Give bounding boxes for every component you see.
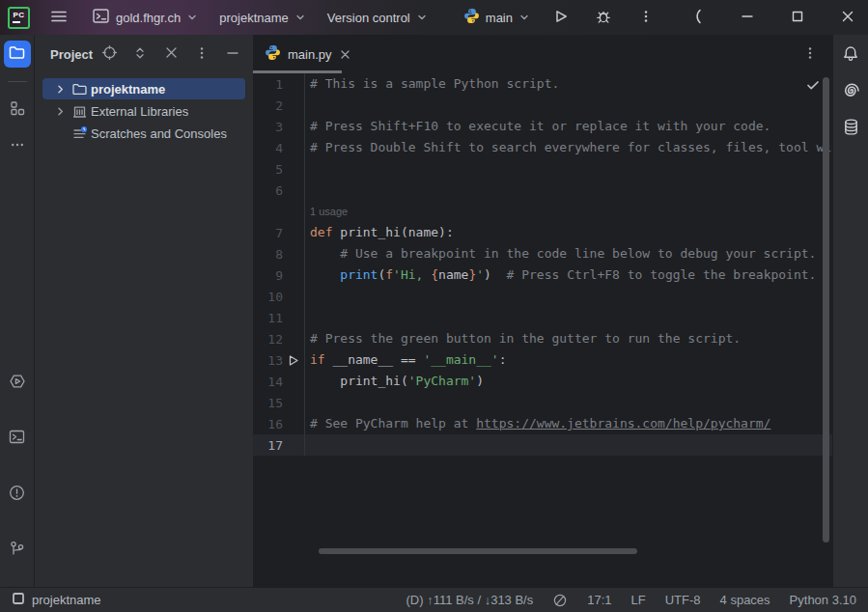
chevron-right-icon[interactable] [54, 105, 71, 118]
code-text[interactable]: # Use a breakpoint in the code line belo… [304, 243, 832, 264]
window-maximize-button[interactable] [787, 7, 808, 28]
code-line-16[interactable]: 16# See PyCharm help at https://www.jetb… [253, 413, 832, 434]
gutter[interactable]: 15 [253, 392, 304, 413]
status-project-widget[interactable]: projektname [12, 592, 101, 608]
code-text[interactable]: if __name__ == '__main__': [304, 349, 832, 371]
project-dropdown[interactable]: projektname [219, 11, 306, 25]
tree-item-projektname[interactable]: projektname [42, 78, 245, 99]
code-text[interactable] [304, 307, 832, 328]
database-button[interactable] [840, 118, 861, 139]
window-shade-button[interactable] [686, 7, 708, 28]
gutter[interactable]: 4 [253, 137, 304, 158]
panel-options-button[interactable] [191, 43, 212, 65]
code-line-17[interactable]: 17 [253, 434, 832, 456]
code-line-13[interactable]: 13if __name__ == '__main__': [253, 349, 832, 371]
code-line-14[interactable]: 14 print_hi('PyCharm') [253, 371, 832, 392]
gutter[interactable]: 13 [253, 349, 304, 371]
code-line-1[interactable]: 1# This is a sample Python script. [253, 73, 832, 95]
vcs-dropdown[interactable]: Version control [327, 11, 428, 25]
code-line-11[interactable]: 11 [253, 307, 832, 328]
code-line-10[interactable]: 10 [253, 286, 832, 307]
notifications-button[interactable] [840, 44, 861, 66]
project-tool-button[interactable] [4, 41, 31, 68]
ai-assistant-button[interactable] [840, 81, 861, 102]
code-line-5[interactable]: 5 [253, 158, 832, 180]
expand-collapse-button[interactable] [129, 43, 151, 65]
code-editor[interactable]: 1# This is a sample Python script.23# Pr… [253, 73, 832, 587]
gutter[interactable]: 1 [253, 73, 304, 95]
gutter-run-icon[interactable] [286, 349, 304, 371]
code-text[interactable] [304, 95, 832, 116]
cursor-position[interactable]: 17:1 [587, 593, 611, 607]
code-text[interactable]: # Press the green button in the gutter t… [304, 328, 832, 349]
code-text[interactable]: def print_hi(name): [304, 222, 832, 243]
run-tool-window-button[interactable] [4, 369, 31, 396]
code-line-2[interactable]: 2 [253, 95, 832, 116]
code-line-7[interactable]: 7def print_hi(name): [253, 222, 832, 243]
debug-button[interactable] [592, 6, 615, 29]
code-text[interactable] [304, 158, 832, 180]
tree-item-scratches-and-consoles[interactable]: Scratches and Consoles [42, 123, 245, 144]
code-line-3[interactable]: 3# Press Shift+F10 to execute it or repl… [253, 116, 832, 137]
gutter[interactable]: 5 [253, 158, 304, 180]
chevron-right-icon[interactable] [54, 83, 71, 96]
gutter[interactable]: 11 [253, 307, 304, 328]
tab-close-icon[interactable] [339, 48, 351, 61]
window-minimize-button[interactable] [737, 7, 758, 28]
code-line-6[interactable]: 6 [253, 180, 832, 201]
structure-tool-button[interactable] [4, 96, 31, 123]
gutter[interactable]: 12 [253, 328, 304, 349]
gutter[interactable] [253, 201, 304, 222]
code-line-12[interactable]: 12# Press the green button in the gutter… [253, 328, 832, 349]
gutter[interactable]: 2 [253, 95, 304, 116]
gutter[interactable]: 3 [253, 116, 304, 137]
code-text[interactable]: print(f'Hi, {name}') # Press Ctrl+F8 to … [304, 264, 832, 286]
gutter[interactable]: 8 [253, 243, 304, 264]
gutter[interactable]: 6 [253, 180, 304, 201]
select-opened-file-button[interactable] [98, 43, 120, 65]
run-button[interactable] [549, 6, 573, 29]
line-separator[interactable]: LF [631, 593, 646, 607]
tree-item-external-libraries[interactable]: External Libraries [42, 100, 245, 122]
tab-main-py[interactable]: main.py [253, 35, 361, 73]
hide-panel-button[interactable] [222, 43, 243, 65]
usages-inlay-hint[interactable]: 1 usage [304, 201, 832, 222]
gutter[interactable]: 7 [253, 222, 304, 243]
code-text[interactable] [304, 180, 832, 201]
code-text[interactable] [304, 434, 832, 456]
file-encoding[interactable]: UTF-8 [665, 593, 701, 607]
code-text[interactable] [304, 286, 832, 307]
horizontal-scrollbar[interactable] [319, 548, 637, 554]
inspections-ok-icon[interactable] [805, 77, 821, 96]
code-text[interactable]: # This is a sample Python script. [304, 73, 832, 95]
gutter[interactable]: 10 [253, 286, 304, 307]
highlighting-level-icon[interactable] [552, 593, 568, 608]
code-text[interactable]: # See PyCharm help at https://www.jetbra… [304, 413, 832, 434]
more-actions-button[interactable] [634, 6, 658, 29]
code-line-9[interactable]: 9 print(f'Hi, {name}') # Press Ctrl+F8 t… [253, 264, 832, 286]
vertical-scrollbar[interactable] [823, 77, 829, 542]
code-text[interactable]: # Press Double Shift to search everywher… [304, 137, 832, 158]
collapse-all-button[interactable] [160, 43, 182, 65]
main-menu-button[interactable] [47, 6, 70, 29]
problems-tool-window-button[interactable] [4, 481, 31, 508]
gutter[interactable]: 16 [253, 413, 304, 434]
remote-host-dropdown[interactable]: gold.fhgr.ch [92, 7, 198, 28]
terminal-tool-window-button[interactable] [4, 425, 31, 452]
window-close-button[interactable] [837, 7, 858, 28]
code-text[interactable] [304, 392, 832, 413]
run-configuration-dropdown[interactable]: main [463, 8, 530, 27]
code-text[interactable]: # Press Shift+F10 to execute it or repla… [304, 116, 832, 137]
git-tool-window-button[interactable] [4, 537, 31, 564]
gutter[interactable]: 17 [253, 434, 304, 456]
editor-options-button[interactable] [799, 43, 821, 65]
code-line-4[interactable]: 4# Press Double Shift to search everywhe… [253, 137, 832, 158]
gutter[interactable]: 9 [253, 264, 304, 286]
python-interpreter[interactable]: Python 3.10 [790, 593, 856, 607]
code-line-8[interactable]: 8 # Use a breakpoint in the code line be… [253, 243, 832, 264]
more-tool-windows-button[interactable] [4, 132, 31, 159]
inlay-row[interactable]: 1 usage [253, 201, 832, 222]
gutter[interactable]: 14 [253, 371, 304, 392]
indent-style[interactable]: 4 spaces [720, 593, 770, 607]
code-line-15[interactable]: 15 [253, 392, 832, 413]
